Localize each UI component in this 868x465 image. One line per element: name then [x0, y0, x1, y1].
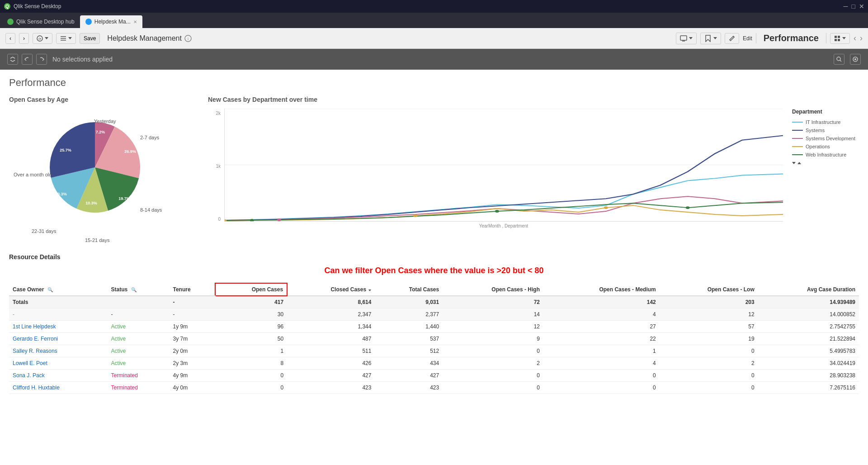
row-case-owner: -	[9, 308, 108, 321]
svg-text:19.7%: 19.7%	[118, 196, 130, 201]
selection-expand-icon[interactable]	[7, 54, 18, 65]
info-icon: i	[184, 35, 192, 42]
svg-point-33	[495, 210, 499, 213]
charts-row: Open Cases by Age 7.2%	[9, 96, 859, 244]
row-open-cases: 1	[215, 345, 287, 357]
app-title: Helpdesk Management i	[107, 34, 672, 43]
svg-rect-9	[680, 36, 687, 40]
tab-helpdesk[interactable]: Helpdesk Ma... ✕	[80, 15, 142, 28]
row-avg-duration: 5.4995783	[758, 345, 859, 357]
col-open-low: Open Cases - Low	[660, 283, 758, 296]
table-row: Lowell E. Poet Active 2y 3m 8 426 434 2 …	[9, 357, 859, 370]
selection-options-icon[interactable]	[850, 54, 861, 65]
row-status: Active	[108, 357, 170, 370]
row-total-cases: 423	[375, 382, 443, 394]
expand-icon	[10, 57, 15, 62]
legend-title: Department	[792, 109, 859, 115]
close-button[interactable]: ✕	[859, 3, 864, 10]
list-chevron-icon	[68, 37, 72, 39]
qlik-logo-icon: Q	[4, 3, 11, 10]
svg-point-35	[277, 218, 281, 221]
title-bar-left: Q Qlik Sense Desktop	[4, 3, 61, 10]
bookmark-button[interactable]	[700, 33, 721, 44]
row-closed-cases: 426	[287, 357, 375, 370]
screen-button[interactable]	[676, 33, 697, 44]
row-tenure: 1y 9m	[169, 321, 215, 333]
screen-icon	[680, 35, 687, 42]
web-infra-label: Web Infrastructure	[806, 152, 846, 157]
row-open-high: 0	[443, 382, 543, 394]
view-chevron-icon	[842, 37, 846, 39]
row-case-owner: Lowell E. Poet	[9, 357, 108, 370]
status-search-icon[interactable]: 🔍	[131, 287, 137, 292]
totals-open-low: 203	[660, 296, 758, 308]
totals-open-medium: 142	[543, 296, 660, 308]
totals-status	[108, 296, 170, 308]
row-total-cases: 1,440	[375, 321, 443, 333]
row-open-high: 0	[443, 345, 543, 357]
nav-forward-button[interactable]: ›	[19, 33, 29, 44]
window-controls: ─ □ ✕	[844, 3, 864, 10]
22-31-days-label: 22-31 days	[32, 228, 56, 234]
row-open-low: 19	[660, 333, 758, 345]
screen-chevron-icon	[689, 37, 693, 39]
svg-point-19	[854, 58, 856, 60]
view-button[interactable]	[830, 33, 850, 44]
next-sheet-button[interactable]: ›	[860, 33, 863, 43]
table-header-row: Case Owner 🔍 Status 🔍 Tenure Open Cases …	[9, 283, 859, 296]
list-button[interactable]	[56, 33, 76, 44]
row-open-low: 57	[660, 321, 758, 333]
y-axis: 2k 1k 0	[208, 109, 221, 235]
page-title: Performance	[9, 77, 859, 89]
svg-text:10.3%: 10.3%	[85, 201, 97, 205]
row-closed-cases: 427	[287, 370, 375, 382]
filter-message: Can we filter Open Cases where the value…	[9, 266, 859, 275]
minimize-button[interactable]: ─	[844, 3, 848, 10]
row-avg-duration: 7.2675116	[758, 382, 859, 394]
svg-text:⟳: ⟳	[38, 37, 42, 41]
page-content: Performance Open Cases by Age	[0, 70, 868, 465]
edit-label[interactable]: Edit	[743, 35, 752, 42]
prev-sheet-button[interactable]: ‹	[854, 33, 856, 43]
y-tick-2k: 2k	[216, 111, 221, 116]
recent-apps-button[interactable]: ⟳	[33, 33, 52, 44]
row-status: Active	[108, 345, 170, 357]
svg-rect-4	[61, 36, 66, 37]
web-infra-line-icon	[792, 154, 803, 155]
line-chart-plot: YearMonth , Department	[224, 109, 783, 235]
case-owner-search-icon[interactable]: 🔍	[47, 287, 53, 292]
save-button[interactable]: Save	[80, 33, 100, 44]
legend-scroll	[792, 162, 859, 164]
svg-text:25.7%: 25.7%	[60, 148, 71, 152]
legend-up-icon[interactable]	[797, 162, 801, 164]
resource-title: Resource Details	[9, 253, 859, 261]
legend-down-icon[interactable]	[792, 162, 796, 164]
row-open-low: 0	[660, 382, 758, 394]
maximize-button[interactable]: □	[852, 3, 855, 10]
it-infra-line-icon	[792, 122, 803, 123]
tab-close-icon[interactable]: ✕	[133, 19, 137, 24]
systems-dev-label: Systems Development	[806, 136, 855, 141]
systems-dev-line-icon	[792, 138, 803, 139]
svg-rect-12	[835, 36, 837, 38]
row-closed-cases: 487	[287, 333, 375, 345]
table-row: - - - 30 2,347 2,377 14 4 12 14.000852	[9, 308, 859, 321]
col-avg-duration: Avg Case Duration	[758, 283, 859, 296]
nav-back-button[interactable]: ‹	[5, 33, 15, 44]
edit-button[interactable]	[725, 33, 739, 44]
row-avg-duration: 28.903238	[758, 370, 859, 382]
selection-forward-icon[interactable]	[36, 54, 47, 65]
it-infra-label: IT Infrastructure	[806, 119, 840, 125]
search-icon[interactable]	[834, 54, 844, 65]
row-open-medium: 4	[543, 308, 660, 321]
legend-operations: Operations	[792, 144, 859, 149]
pie-chart-title: Open Cases by Age	[9, 96, 199, 103]
list-icon	[60, 35, 66, 42]
tab-hub[interactable]: Qlik Sense Desktop hub	[2, 15, 80, 28]
svg-point-16	[837, 57, 840, 61]
selection-back-icon[interactable]	[22, 54, 33, 65]
svg-point-34	[686, 206, 690, 209]
over-month-label: Over a month old	[14, 172, 52, 177]
row-status: Terminated	[108, 382, 170, 394]
row-case-owner: Sona J. Pack	[9, 370, 108, 382]
